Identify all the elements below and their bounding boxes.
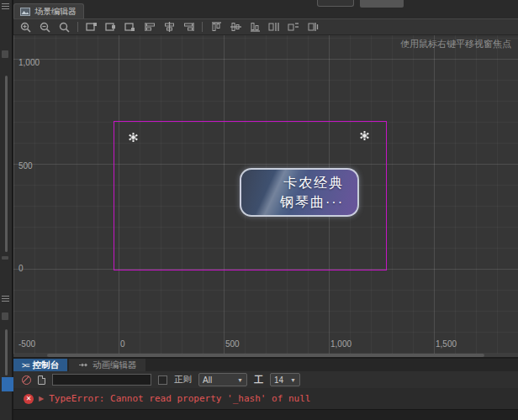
terminal-icon: >≡ — [22, 361, 29, 370]
zoom-in-icon[interactable] — [19, 21, 31, 33]
panel-fragment — [2, 50, 8, 58]
left-panel-scrollbar[interactable] — [5, 76, 8, 252]
align-right-icon[interactable] — [182, 21, 194, 33]
ruler-y-label: 500 — [18, 161, 33, 171]
background-window-tab — [317, 0, 354, 7]
ruler-x-label: 500 — [225, 339, 240, 349]
scene-song-button[interactable]: 卡农经典 钢琴曲··· — [240, 168, 359, 217]
toolbar-separator — [202, 22, 203, 32]
font-size-icon: 工 — [254, 374, 263, 386]
align-v-center-icon[interactable] — [230, 21, 241, 33]
log-level-dropdown[interactable]: All ▼ — [198, 373, 247, 386]
toolbar-separator — [77, 22, 78, 32]
panel-menu-icon[interactable] — [2, 296, 9, 302]
tab-label: 动画编辑器 — [92, 360, 137, 371]
song-title-line2: 钢琴曲··· — [280, 192, 344, 212]
panel-menu-icon[interactable] — [2, 3, 9, 9]
gear-node-icon[interactable] — [128, 131, 139, 142]
console-toolbar: 正则 All ▼ 工 14 ▼ — [13, 371, 518, 388]
align-left-icon[interactable] — [144, 21, 156, 33]
background-window-tab — [360, 0, 404, 8]
ruler-x-label: 0 — [120, 339, 125, 349]
console-error-row[interactable]: ✕ ▶ TypeError: Cannot read property '_ha… — [13, 388, 518, 409]
anchor-top-left-icon[interactable] — [86, 21, 98, 33]
scene-toolbar — [13, 18, 518, 35]
error-message: TypeError: Cannot read property '_hash' … — [49, 393, 310, 404]
error-icon: ✕ — [24, 394, 34, 404]
tab-label: 控制台 — [33, 360, 60, 371]
chevron-down-icon: ▼ — [290, 377, 296, 383]
scene-canvas[interactable]: 使用鼠标右键平移视窗焦点 1,000 500 0 -500 0 500 1,00… — [13, 35, 518, 354]
align-top-icon[interactable] — [210, 21, 222, 33]
ruler-x-label: -500 — [18, 339, 35, 349]
pan-hint-text: 使用鼠标右键平移视窗焦点 — [400, 38, 511, 50]
zoom-reset-icon[interactable] — [58, 21, 70, 33]
log-level-value: All — [203, 375, 212, 385]
anchor-bottom-left-icon[interactable] — [124, 21, 136, 33]
font-size-dropdown[interactable]: 14 ▼ — [270, 373, 300, 386]
anchor-center-icon[interactable] — [105, 21, 117, 33]
song-title-line1: 卡农经典 — [283, 173, 344, 192]
tab-label: 场景编辑器 — [34, 6, 77, 18]
distribute-edge-icon[interactable] — [307, 21, 319, 33]
console-empty-area — [13, 409, 518, 420]
animation-icon — [77, 360, 89, 371]
clear-console-icon[interactable] — [22, 375, 31, 385]
console-filter-input[interactable] — [52, 374, 151, 386]
tab-scene-editor[interactable]: 场景编辑器 — [13, 3, 84, 18]
ruler-y-label: 1,000 — [18, 58, 40, 67]
editor-window: 场景编辑器 — [0, 0, 518, 420]
ruler-x-label: 1,000 — [330, 339, 352, 349]
chevron-down-icon: ▼ — [237, 377, 243, 383]
ruler-y-label: 0 — [18, 264, 24, 273]
console-tab-bar: >≡ 控制台 动画编辑器 — [13, 359, 518, 371]
ruler-x-label: 1,500 — [436, 339, 457, 349]
selected-item-edge — [2, 377, 13, 391]
align-bottom-icon[interactable] — [249, 21, 261, 33]
panel-fragment — [2, 312, 8, 320]
distribute-v-icon[interactable] — [288, 21, 299, 33]
left-panel-scrollbar[interactable] — [5, 329, 8, 375]
expand-arrow-icon[interactable]: ▶ — [39, 395, 44, 402]
panel-fragment — [2, 256, 8, 260]
tab-console[interactable]: >≡ 控制台 — [13, 359, 67, 371]
regex-checkbox[interactable] — [158, 375, 167, 385]
left-panel-edge — [0, 0, 13, 420]
regex-label: 正则 — [174, 374, 192, 386]
gear-node-icon[interactable] — [359, 129, 370, 140]
log-file-icon[interactable] — [38, 375, 45, 385]
tab-animation-editor[interactable]: 动画编辑器 — [69, 359, 145, 371]
align-h-center-icon[interactable] — [163, 21, 175, 33]
image-icon — [19, 6, 31, 18]
font-size-value: 14 — [274, 375, 283, 385]
distribute-h-icon[interactable] — [268, 21, 280, 33]
zoom-out-icon[interactable] — [39, 21, 50, 33]
